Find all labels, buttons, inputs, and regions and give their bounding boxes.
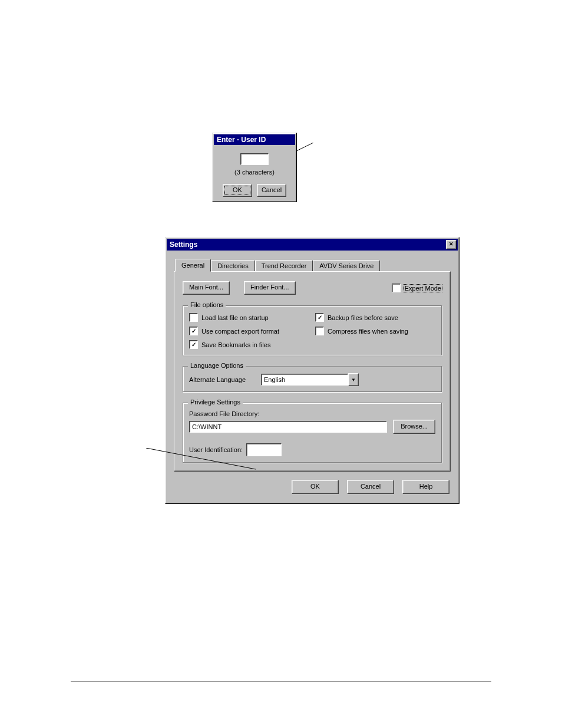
group-file-options: File options ✓ Load last file on startup…	[183, 305, 442, 355]
legend-privilege-settings: Privilege Settings	[188, 398, 243, 406]
close-icon[interactable]: ✕	[446, 240, 457, 249]
tab-avdv-series-drive[interactable]: AVDV Series Drive	[313, 260, 380, 271]
dropdown-alternate-language[interactable]: English ▼	[261, 374, 359, 386]
checkbox-load-last-file[interactable]: ✓ Load last file on startup	[189, 313, 309, 322]
main-font-button[interactable]: Main Font...	[183, 281, 230, 295]
checkbox-backup-files[interactable]: ✓ Backup files before save	[315, 313, 435, 322]
tab-directories[interactable]: Directories	[211, 260, 255, 271]
input-password-file-directory[interactable]: C:\WINNT	[189, 421, 387, 433]
enter-user-id-dialog: Enter - User ID (3 characters) OK Cancel	[212, 133, 297, 202]
legend-language-options: Language Options	[188, 362, 246, 369]
check-icon: ✓	[191, 328, 196, 334]
chevron-down-icon[interactable]: ▼	[348, 373, 359, 386]
help-button[interactable]: Help	[402, 480, 449, 494]
dropdown-alternate-language-value: English	[261, 374, 348, 386]
uid-ok-button[interactable]: OK	[223, 184, 252, 197]
label-compress-files: Compress files when saving	[328, 328, 408, 335]
user-id-input[interactable]	[240, 153, 269, 165]
tab-panel-general: Main Font... Finder Font... ✓ Expert Mod…	[174, 271, 451, 472]
browse-button[interactable]: Browse...	[393, 420, 435, 434]
settings-titlebar: Settings ✕	[167, 239, 458, 251]
input-user-identification[interactable]	[246, 443, 282, 456]
tab-trend-recorder[interactable]: Trend Recorder	[255, 260, 313, 271]
settings-title-text: Settings	[170, 241, 446, 249]
label-password-file-directory: Password File Directory:	[189, 410, 435, 417]
dialog-button-row: OK Cancel Help	[166, 472, 459, 503]
checkbox-save-bookmarks[interactable]: ✓ Save Bookmarks in files	[189, 340, 309, 349]
footer-rule	[71, 681, 491, 681]
checkbox-compact-export[interactable]: ✓ Use compact export format	[189, 327, 309, 335]
label-alternate-language: Alternate Language	[189, 376, 246, 383]
enter-user-id-title: Enter - User ID	[214, 134, 295, 145]
label-backup-files: Backup files before save	[328, 314, 398, 321]
check-icon: ✓	[318, 315, 322, 321]
settings-tab-row: General Directories Trend Recorder AVDV …	[175, 259, 451, 271]
user-id-hint: (3 characters)	[234, 169, 275, 176]
ok-button[interactable]: OK	[292, 480, 339, 494]
label-user-identification: User Identification:	[189, 446, 243, 453]
label-expert-mode: Expert Mode	[404, 285, 442, 292]
label-load-last-file: Load last file on startup	[201, 314, 269, 321]
cancel-button[interactable]: Cancel	[347, 480, 394, 494]
checkbox-compress-files[interactable]: ✓ Compress files when saving	[315, 327, 435, 335]
checkbox-expert-mode[interactable]: ✓ Expert Mode	[392, 284, 442, 292]
group-language-options: Language Options Alternate Language Engl…	[183, 366, 442, 392]
tab-general[interactable]: General	[175, 259, 211, 272]
label-compact-export: Use compact export format	[201, 328, 279, 335]
finder-font-button[interactable]: Finder Font...	[244, 281, 295, 295]
group-privilege-settings: Privilege Settings Password File Directo…	[183, 403, 442, 463]
legend-file-options: File options	[188, 301, 226, 308]
label-save-bookmarks: Save Bookmarks in files	[201, 341, 270, 348]
uid-cancel-button[interactable]: Cancel	[257, 184, 286, 197]
settings-dialog: Settings ✕ General Directories Trend Rec…	[165, 237, 459, 504]
check-icon: ✓	[191, 342, 196, 348]
